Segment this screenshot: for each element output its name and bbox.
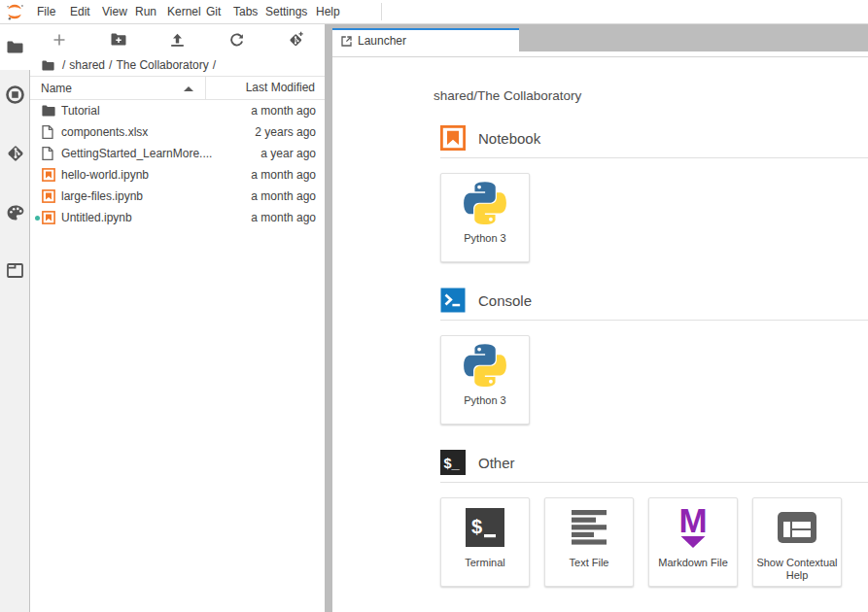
tab-launcher-label: Launcher — [358, 34, 406, 48]
menu-kernel[interactable]: Kernel — [167, 0, 201, 23]
dock-tab-bar: Launcher — [332, 24, 868, 51]
running-kernel-dot — [35, 216, 40, 221]
menu-edit[interactable]: Edit — [70, 0, 90, 23]
terminal-icon: $_ — [440, 450, 466, 475]
menu-help[interactable]: Help — [316, 0, 340, 23]
tab-launcher[interactable]: Launcher — [332, 28, 519, 51]
file-modified: a month ago — [251, 211, 325, 224]
card-label: Markdown File — [655, 557, 731, 569]
markdown-icon: M — [679, 507, 707, 549]
menu-run[interactable]: Run — [135, 0, 156, 23]
svg-text:$: $ — [471, 516, 482, 537]
file-row-components[interactable]: components.xlsx 2 years ago — [30, 121, 325, 143]
text-file-icon — [572, 510, 607, 545]
file-modified: a month ago — [251, 168, 325, 182]
git-clone-icon — [287, 31, 304, 49]
terminal-icon: $ — [466, 508, 504, 547]
menu-settings[interactable]: Settings — [265, 0, 307, 23]
folder-icon — [7, 41, 23, 53]
upload-icon — [170, 33, 185, 47]
refresh-button[interactable] — [207, 24, 266, 54]
section-title: Console — [478, 292, 532, 309]
folder-icon[interactable] — [42, 60, 54, 71]
file-list: Tutorial a month ago components.xlsx 2 y… — [30, 100, 325, 228]
launcher-card-contextual-help[interactable]: Show Contextual Help — [752, 497, 842, 587]
file-name: large-files.ipynb — [61, 189, 143, 203]
card-label: Python 3 — [461, 232, 508, 245]
running-sessions-icon — [6, 85, 24, 104]
upload-button[interactable] — [148, 24, 207, 54]
card-label: Terminal — [462, 557, 508, 569]
breadcrumb: / shared / The Collaboratory / — [30, 54, 325, 76]
file-name: hello-world.ipynb — [61, 168, 149, 182]
launcher-card-console-python3[interactable]: Python 3 — [440, 335, 530, 425]
file-name: Untitled.ipynb — [61, 211, 132, 224]
launcher-card-terminal[interactable]: $ Terminal — [440, 497, 530, 587]
file-icon — [42, 147, 53, 160]
breadcrumb-separator: / — [109, 58, 112, 72]
menu-git[interactable]: Git — [206, 0, 221, 23]
card-label: Text File — [567, 557, 612, 569]
sidebar-item-file-browser[interactable] — [0, 24, 30, 70]
column-header-name[interactable]: Name — [30, 82, 205, 95]
jupyter-logo-icon — [7, 4, 23, 20]
left-sidebar — [0, 24, 30, 612]
refresh-icon — [229, 32, 244, 47]
panel-splitter[interactable] — [325, 24, 332, 612]
section-title: Other — [478, 455, 515, 471]
file-browser-panel: / shared / The Collaboratory / Name Last… — [30, 24, 325, 612]
palette-icon — [7, 205, 24, 221]
new-launcher-button[interactable] — [30, 24, 89, 54]
breadcrumb-collaboratory[interactable]: The Collaboratory — [116, 58, 208, 72]
breadcrumb-shared[interactable]: shared — [69, 58, 105, 72]
card-label: Python 3 — [461, 394, 508, 407]
breadcrumb-separator: / — [62, 58, 65, 72]
section-rule — [440, 482, 868, 483]
folder-icon — [42, 105, 55, 117]
file-row-large-files[interactable]: large-files.ipynb a month ago — [30, 186, 325, 207]
sidebar-item-running-sessions[interactable] — [0, 84, 30, 105]
card-label: Show Contextual Help — [753, 557, 841, 581]
menu-view[interactable]: View — [102, 0, 127, 23]
launcher-card-notebook-python3[interactable]: Python 3 — [440, 173, 530, 262]
launcher-section-console: Console Python 3 — [440, 288, 868, 425]
sidebar-item-open-tabs[interactable] — [0, 259, 30, 281]
file-modified: a month ago — [251, 104, 325, 118]
file-name: GettingStarted_LearnMore.... — [61, 147, 212, 160]
new-folder-button[interactable] — [89, 24, 149, 54]
console-icon — [440, 288, 466, 313]
python-logo-icon — [464, 344, 506, 387]
sidebar-item-commands[interactable] — [0, 202, 30, 223]
menu-file[interactable]: File — [37, 0, 55, 23]
file-row-tutorial[interactable]: Tutorial a month ago — [30, 100, 325, 121]
notebook-icon — [42, 211, 55, 224]
file-name: components.xlsx — [61, 125, 148, 139]
launcher-icon — [341, 36, 352, 47]
launcher-panel: shared/The Collaboratory Notebook — [332, 57, 868, 611]
section-title: Notebook — [478, 130, 540, 147]
section-rule — [440, 320, 868, 321]
section-rule — [440, 157, 868, 158]
file-modified: a month ago — [251, 189, 325, 203]
plus-icon — [52, 33, 66, 47]
menubar: File Edit View Run Kernel Git Tabs Setti… — [0, 0, 868, 24]
python-logo-icon — [464, 182, 506, 224]
launcher-card-text-file[interactable]: Text File — [544, 497, 634, 587]
contextual-help-icon — [778, 512, 816, 543]
menu-tabs[interactable]: Tabs — [233, 0, 258, 23]
launcher-card-markdown[interactable]: M Markdown File — [648, 497, 738, 587]
notebook-icon — [42, 189, 55, 203]
svg-text:M: M — [679, 507, 707, 539]
file-row-gettingstarted[interactable]: GettingStarted_LearnMore.... a year ago — [30, 143, 325, 164]
main-dock-panel: Launcher shared/The Collaboratory Notebo… — [332, 24, 868, 612]
file-row-hello-world[interactable]: hello-world.ipynb a month ago — [30, 164, 325, 186]
open-tabs-icon — [7, 263, 23, 278]
file-row-untitled[interactable]: Untitled.ipynb a month ago — [30, 207, 325, 228]
column-header-last-modified[interactable]: Last Modified — [205, 77, 325, 99]
new-folder-icon — [111, 33, 126, 46]
sort-caret-up-icon — [184, 86, 193, 91]
file-list-header: Name Last Modified — [30, 76, 325, 100]
sidebar-item-git[interactable] — [0, 143, 30, 164]
git-clone-button[interactable] — [265, 24, 325, 54]
git-icon — [6, 144, 25, 163]
